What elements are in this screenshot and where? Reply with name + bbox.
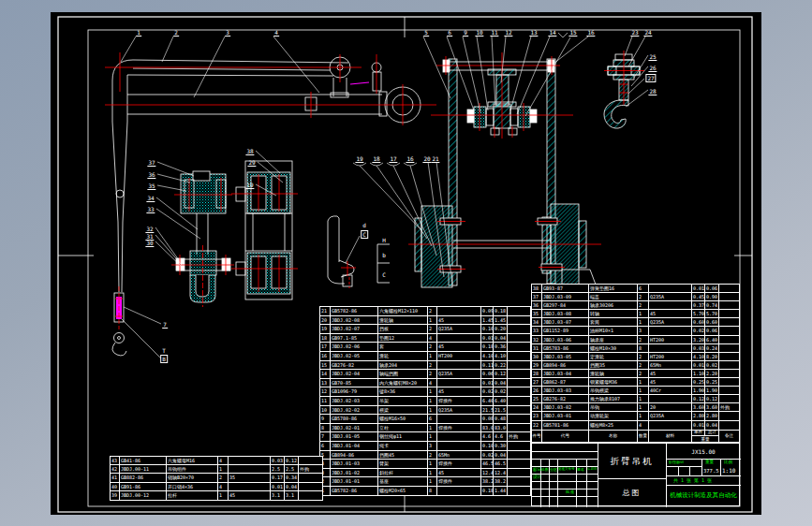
bom-cell	[299, 457, 322, 464]
bom-cell: 轴承30206	[589, 301, 638, 309]
bom-cell	[649, 301, 692, 309]
bom-cell: 1	[428, 387, 437, 396]
bom-cell: 35	[229, 474, 271, 481]
balloon-14: 14	[548, 29, 556, 37]
bom-row: 25GB276-82推力轴承810710.120.12	[532, 395, 739, 403]
bom-row: 43GB41-86六角螺母M1640.030.12	[111, 457, 322, 465]
rev-label-sign: 签名	[577, 467, 584, 472]
bom-cell: 23	[532, 412, 542, 419]
bom-cell: Q235A	[437, 370, 481, 378]
bom-cell: JBDJ.01-03	[331, 460, 378, 468]
bom-cell: 4.6	[494, 432, 508, 441]
bom-cell	[437, 379, 481, 387]
balloon-35: 35	[147, 183, 155, 190]
bom-cell: 焊接件	[437, 477, 481, 486]
bom-cell: 0.04	[494, 379, 508, 387]
bom-row: 10JBDJ.02-02横梁1Q235A21.521.5	[320, 406, 530, 416]
bom-cell: 0.36	[494, 343, 508, 351]
drawing-number: JX15.00	[666, 445, 741, 458]
bom-cell: 40Cr	[649, 387, 692, 394]
balloon-20: 20	[422, 155, 431, 163]
bom-cell: 42	[111, 465, 120, 473]
bom-cell: 20	[320, 316, 331, 325]
bom-cell: 吊架	[378, 397, 428, 405]
bom-cell	[649, 285, 692, 292]
bom-header-unit: 单件	[692, 430, 705, 435]
balloon-30: 30	[145, 240, 154, 247]
balloon-37: 37	[147, 159, 155, 167]
bom-cell: 锁紧螺母M36	[589, 378, 638, 386]
bom-cell: 0.01	[481, 334, 494, 343]
bom-cell: 1	[638, 318, 649, 326]
bom-cell	[649, 395, 692, 402]
bom-cell: JBDJ.01-05	[331, 432, 378, 441]
bom-cell: 4	[218, 457, 229, 464]
balloon-B: B	[160, 355, 168, 363]
bom-cell: 2.20	[705, 370, 719, 377]
bom-cell: GB894-86	[331, 451, 378, 460]
bom-cell: JBDJ.03-02	[542, 403, 589, 411]
balloon-16: 16	[406, 155, 414, 163]
bom-cell: 0.60	[705, 318, 719, 326]
bom-row: 29GB894-86挡圈35265Mn0.010.02	[532, 361, 739, 370]
bom-cell	[508, 370, 530, 378]
bom-cell: 1	[428, 432, 437, 441]
bom-cell: 2	[218, 474, 229, 481]
bom-cell: 25	[532, 395, 542, 402]
weight-label: 重量	[705, 460, 714, 464]
approve-label: 批准	[566, 489, 574, 494]
balloon-1: 1	[136, 29, 141, 37]
bom-cell: 3.60	[692, 403, 705, 411]
bom-cell	[508, 424, 530, 432]
bom-cell: 0.30	[494, 442, 508, 450]
bom-cell: 46.5	[494, 460, 508, 468]
bom-cell: 4	[428, 334, 437, 343]
balloon-27: 27	[645, 74, 656, 82]
bom-cell: 1	[428, 460, 437, 468]
bom-cell: GB5781-86	[542, 421, 589, 430]
balloon-C: C	[381, 271, 387, 278]
bom-row: 4JBDJ.01-03臂架1焊接件46.546.5	[320, 460, 530, 469]
bom-cell	[299, 491, 322, 500]
bom-row: 19JBDJ.02-07挡板2Q235A0.100.20	[320, 325, 530, 334]
bom-cell: 15	[320, 361, 331, 370]
bom-cell: 31	[532, 344, 542, 352]
bom-row: 39JBDJ.00-12拉杆1453.13.1	[111, 491, 322, 500]
bom-cell: 3.20	[692, 336, 705, 343]
bom-cell: 2	[428, 451, 437, 460]
bom-cell: JBDJ.02-04	[331, 370, 378, 378]
bom-cell: 0.04	[494, 334, 508, 343]
bom-header-weight: 重量	[692, 436, 718, 443]
bom-cell: 4	[428, 379, 437, 387]
bom-row: 22GB5781-86螺栓M8×2540.010.04	[532, 421, 739, 430]
bom-row: 14JBDJ.02-04轴端挡圈2Q235A0.060.12	[320, 370, 530, 379]
bom-cell: 挡圈35	[589, 361, 638, 369]
bom-cell: 39	[111, 491, 120, 500]
bom-cell: GB1096-79	[331, 387, 378, 396]
bom-cell: 4	[638, 421, 649, 430]
balloon-17: 17	[389, 155, 397, 163]
bom-cell: 4.6	[481, 432, 494, 441]
bom-cell: 0.20	[494, 325, 508, 333]
bom-cell: 6	[428, 415, 437, 423]
bom-cell: 挡圈45	[378, 451, 428, 460]
rev-label-date: 年月日	[587, 467, 598, 471]
bom-cell	[719, 310, 739, 317]
bom-cell: 43	[111, 457, 120, 464]
bom-cell: 0.02	[494, 387, 508, 396]
bom-cell: 1	[428, 424, 437, 432]
bom-cell: JBDJ.02-07	[331, 325, 378, 333]
balloon-25: 25	[648, 53, 657, 61]
bom-cell: 定滑轮	[589, 353, 638, 360]
bom-cell: 基座	[378, 477, 428, 486]
bom-cell: 0.02	[481, 451, 494, 460]
bom-cell: GB5783-86	[542, 344, 589, 352]
bom-cell: 滑轮轴	[589, 370, 638, 377]
bom-cell	[649, 327, 692, 334]
bom-cell: 0.04	[285, 483, 299, 490]
bom-row: 16JBDJ.02-05滑轮1HT2004.104.10	[320, 352, 530, 361]
bom-cell: 焊接件	[437, 397, 481, 405]
bom-cell: 油杯M10×1	[589, 327, 638, 334]
bom-cell: 27	[532, 378, 542, 386]
bom-header-total: 总计	[705, 430, 719, 435]
